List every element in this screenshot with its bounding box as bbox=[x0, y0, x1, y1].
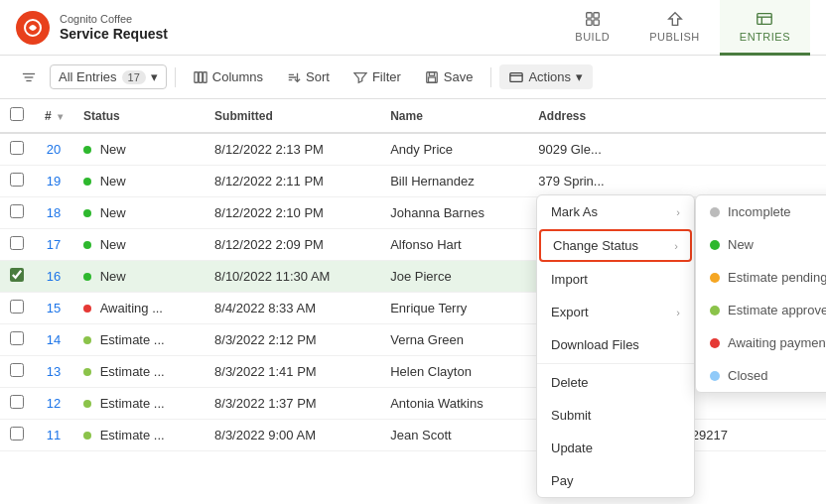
filter-button[interactable]: Filter bbox=[344, 64, 411, 89]
row-id: 18 bbox=[34, 197, 73, 229]
export-chevron-icon: › bbox=[676, 307, 680, 318]
row-checkbox[interactable] bbox=[10, 141, 24, 155]
status-dot-icon bbox=[83, 400, 91, 408]
table-header-row: # ▾ Status Submitted Name Address bbox=[0, 99, 826, 133]
menu-item-import[interactable]: Import bbox=[537, 263, 694, 296]
row-checkbox[interactable] bbox=[10, 427, 24, 441]
row-checkbox[interactable] bbox=[10, 363, 24, 377]
new-dot-icon bbox=[710, 240, 720, 250]
estimate-pending-dot-icon bbox=[710, 273, 720, 283]
row-checkbox-cell bbox=[0, 356, 34, 388]
row-submitted: 8/12/2022 2:13 PM bbox=[205, 133, 380, 166]
row-checkbox-cell bbox=[0, 133, 34, 166]
actions-label: Actions bbox=[528, 69, 571, 84]
row-submitted: 8/12/2022 2:09 PM bbox=[205, 229, 380, 261]
row-checkbox-cell bbox=[0, 293, 34, 324]
row-name: Bill Hernandez bbox=[380, 166, 528, 197]
all-entries-label: All Entries bbox=[59, 69, 117, 84]
status-dot-icon bbox=[83, 432, 91, 440]
status-dot-icon bbox=[83, 336, 91, 344]
header-num[interactable]: # ▾ bbox=[34, 99, 73, 133]
row-extra bbox=[800, 133, 826, 166]
sort-label: Sort bbox=[306, 69, 330, 84]
menu-item-mark-as[interactable]: Mark As › bbox=[537, 195, 694, 228]
all-entries-dropdown[interactable]: All Entries 17 ▾ bbox=[50, 64, 167, 89]
save-button[interactable]: Save bbox=[415, 64, 483, 89]
row-checkbox[interactable] bbox=[10, 173, 24, 187]
menu-item-pay[interactable]: Pay bbox=[537, 464, 694, 497]
status-awaiting-payment[interactable]: Awaiting payment bbox=[696, 326, 826, 359]
menu-item-submit[interactable]: Submit bbox=[537, 399, 694, 432]
header-extra bbox=[800, 99, 826, 133]
brand-text: Cognito Coffee Service Request bbox=[60, 13, 168, 43]
table-row: 20 New 8/12/2022 2:13 PM Andy Price 9029… bbox=[0, 133, 826, 166]
row-status: New bbox=[73, 197, 205, 229]
row-submitted: 8/10/2022 11:30 AM bbox=[205, 261, 380, 293]
menu-item-download-files[interactable]: Download Files bbox=[537, 328, 694, 361]
menu-item-change-status[interactable]: Change Status › bbox=[539, 229, 692, 262]
row-checkbox[interactable] bbox=[10, 331, 24, 345]
svg-rect-11 bbox=[195, 71, 199, 82]
svg-rect-15 bbox=[429, 71, 434, 75]
estimate-approved-dot-icon bbox=[710, 306, 720, 315]
change-status-chevron-icon: › bbox=[674, 240, 678, 252]
menu-item-delete[interactable]: Delete bbox=[537, 366, 694, 399]
row-address: 379 Sprin... bbox=[528, 166, 800, 197]
row-id: 19 bbox=[34, 166, 73, 197]
status-estimate-pending[interactable]: Estimate pending bbox=[696, 261, 826, 294]
header-status[interactable]: Status bbox=[73, 99, 205, 133]
row-name: Jean Scott bbox=[380, 420, 528, 451]
table-area: # ▾ Status Submitted Name Address 20 New… bbox=[0, 99, 826, 451]
row-checkbox-cell bbox=[0, 197, 34, 229]
row-name: Joe Pierce bbox=[380, 261, 528, 293]
row-status: Awaiting ... bbox=[73, 293, 205, 324]
svg-rect-5 bbox=[757, 13, 771, 24]
nav-tabs: BUILD PUBLISH ENTRIES bbox=[555, 0, 810, 56]
table-row: 11 Estimate ... 8/3/2022 9:00 AM Jean Sc… bbox=[0, 420, 826, 451]
header-name[interactable]: Name bbox=[380, 99, 528, 133]
columns-button[interactable]: Columns bbox=[184, 64, 273, 89]
row-name: Alfonso Hart bbox=[380, 229, 528, 261]
status-estimate-approved[interactable]: Estimate approved bbox=[696, 294, 826, 326]
divider-1 bbox=[175, 67, 176, 87]
row-status: New bbox=[73, 166, 205, 197]
tab-build[interactable]: BUILD bbox=[555, 0, 629, 56]
row-id: 20 bbox=[34, 133, 73, 166]
svg-rect-2 bbox=[594, 12, 599, 17]
svg-rect-17 bbox=[510, 72, 522, 81]
row-checkbox[interactable] bbox=[10, 300, 24, 314]
row-checkbox[interactable] bbox=[10, 204, 24, 218]
menu-item-export[interactable]: Export › bbox=[537, 296, 694, 328]
row-checkbox-cell bbox=[0, 420, 34, 451]
svg-rect-3 bbox=[586, 19, 591, 24]
row-status: Estimate ... bbox=[73, 420, 205, 451]
row-checkbox-cell bbox=[0, 166, 34, 197]
menu-item-update[interactable]: Update bbox=[537, 432, 694, 464]
actions-button[interactable]: Actions ▾ bbox=[499, 64, 593, 89]
tab-entries[interactable]: ENTRIES bbox=[720, 0, 810, 56]
row-submitted: 8/3/2022 9:00 AM bbox=[205, 420, 380, 451]
actions-chevron-icon: ▾ bbox=[576, 69, 583, 84]
status-new[interactable]: New bbox=[696, 228, 826, 261]
select-all-checkbox[interactable] bbox=[10, 107, 24, 121]
row-id: 14 bbox=[34, 324, 73, 356]
filter-options-button[interactable] bbox=[12, 65, 46, 89]
row-id: 12 bbox=[34, 388, 73, 420]
header-address[interactable]: Address bbox=[528, 99, 800, 133]
header-submitted[interactable]: Submitted bbox=[205, 99, 380, 133]
sort-button[interactable]: Sort bbox=[277, 64, 340, 89]
row-checkbox[interactable] bbox=[10, 395, 24, 409]
tab-entries-label: ENTRIES bbox=[740, 31, 790, 43]
tab-publish[interactable]: PUBLISH bbox=[629, 0, 720, 56]
save-label: Save bbox=[444, 69, 474, 84]
row-name: Johanna Barnes bbox=[380, 197, 528, 229]
status-closed[interactable]: Closed bbox=[696, 359, 826, 392]
header-checkbox-cell bbox=[0, 99, 34, 133]
row-checkbox[interactable] bbox=[10, 268, 24, 282]
row-id: 17 bbox=[34, 229, 73, 261]
status-incomplete[interactable]: Incomplete bbox=[696, 195, 826, 228]
status-dot-icon bbox=[83, 305, 91, 313]
divider-2 bbox=[490, 67, 491, 87]
row-checkbox[interactable] bbox=[10, 236, 24, 250]
row-status: New bbox=[73, 261, 205, 293]
